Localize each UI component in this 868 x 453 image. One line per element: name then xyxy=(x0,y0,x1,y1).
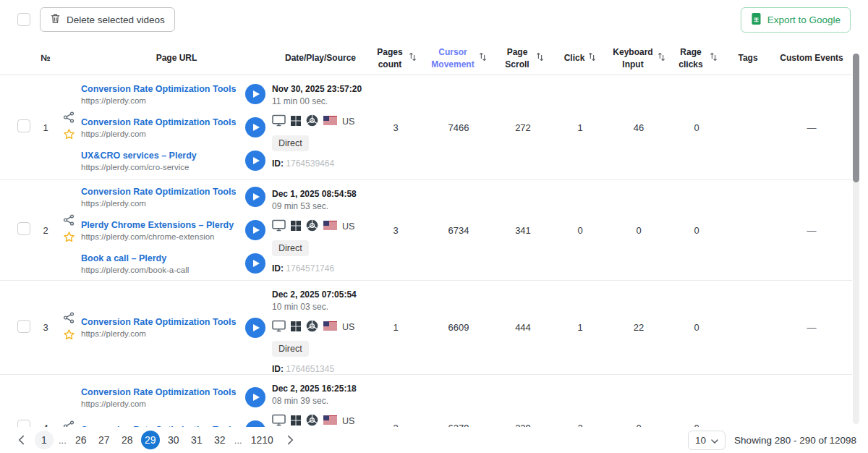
cursor-movement-value: 7466 xyxy=(448,122,469,133)
windows-icon xyxy=(291,415,301,428)
play-button[interactable] xyxy=(245,387,265,407)
custom-events-value: — xyxy=(807,122,817,133)
page-number[interactable]: 26 xyxy=(72,431,90,449)
column-cursor-movement[interactable]: Cursor Movement xyxy=(422,46,495,69)
country-code: US xyxy=(342,322,354,332)
column-pages-count[interactable]: Pages count xyxy=(369,46,422,69)
sort-arrows-icon[interactable] xyxy=(710,52,718,64)
star-icon[interactable] xyxy=(63,128,75,143)
sessions-table: № Page URL Date/Play/Source Pages count … xyxy=(0,42,868,453)
page-number[interactable]: 1210 xyxy=(247,431,277,449)
share-nodes-icon[interactable] xyxy=(63,214,75,229)
page-url-text: https://plerdy.com/cro-service xyxy=(81,163,236,172)
traffic-source-badge: Direct xyxy=(272,135,309,151)
date-play-source-cell: Dec 2, 2025 07:05:54 10 min 03 sec. US D… xyxy=(272,281,369,374)
scrollbar-track[interactable] xyxy=(853,181,859,424)
page-url-link[interactable]: Conversion Rate Optimization Tools – Ple… xyxy=(81,387,236,397)
session-date: Dec 2, 2025 16:25:18 xyxy=(272,384,369,394)
page-url-link[interactable]: Conversion Rate Optimization Tools – Ple… xyxy=(81,317,236,327)
play-button[interactable] xyxy=(245,117,265,137)
row-checkbox[interactable] xyxy=(17,320,30,333)
page-url-text: https://plerdy.com xyxy=(81,399,236,408)
page-entry: Book a call – Plerdy https://plerdy.com/… xyxy=(81,247,272,280)
column-rage-clicks[interactable]: Rage clicks xyxy=(668,46,725,69)
page-url-text: https://plerdy.com xyxy=(81,96,236,105)
share-nodes-icon[interactable] xyxy=(63,111,75,126)
rows-per-page-value: 10 xyxy=(695,435,706,446)
row-checkbox[interactable] xyxy=(17,119,30,132)
chevron-down-icon xyxy=(711,435,718,446)
page-entry: Conversion Rate Optimization Tools – Ple… xyxy=(81,381,272,414)
click-value: 1 xyxy=(577,122,582,133)
page-number-active[interactable]: 29 xyxy=(141,431,160,449)
sort-arrows-icon[interactable] xyxy=(536,52,544,64)
session-duration: 11 min 00 sec. xyxy=(272,96,369,106)
page-entry: Conversion Rate Optimization Tools – Ple… xyxy=(81,311,272,344)
session-id-label: ID: xyxy=(272,158,284,169)
date-play-source-cell: Dec 1, 2025 08:54:58 09 min 53 sec. US D… xyxy=(272,180,369,274)
share-nodes-icon[interactable] xyxy=(63,312,75,326)
page-url-link[interactable]: Book a call – Plerdy xyxy=(81,253,236,263)
page-entry: Plerdy Chrome Extensions – Plerdy https:… xyxy=(81,213,272,247)
rows-per-page-select[interactable]: 10 xyxy=(688,431,726,450)
play-button[interactable] xyxy=(245,187,265,207)
column-custom-events: Custom Events xyxy=(771,52,852,64)
chrome-icon xyxy=(306,219,318,234)
play-button[interactable] xyxy=(245,220,265,240)
page-url-text: https://plerdy.com/book-a-call xyxy=(81,266,236,274)
play-button[interactable] xyxy=(245,84,265,104)
keyboard-input-value: 46 xyxy=(634,122,644,133)
row-checkbox[interactable] xyxy=(17,222,30,235)
chevron-right-icon[interactable] xyxy=(281,431,300,449)
scrollbar-thumb[interactable] xyxy=(853,54,859,182)
page-entry: UX&CRO services – Plerdy https://plerdy.… xyxy=(81,144,272,177)
page-url-link[interactable]: Conversion Rate Optimization Tools – Ple… xyxy=(81,187,236,197)
page-number[interactable]: 30 xyxy=(164,431,183,449)
page-url-link[interactable]: UX&CRO services – Plerdy xyxy=(81,151,236,161)
sort-arrows-icon[interactable] xyxy=(658,52,665,64)
chevron-left-icon[interactable] xyxy=(12,431,30,449)
us-flag-icon xyxy=(323,116,337,127)
page-number[interactable]: 32 xyxy=(210,431,229,449)
column-page-scroll[interactable]: Page Scroll xyxy=(495,46,551,69)
session-date: Nov 30, 2025 23:57:20 xyxy=(272,84,369,94)
country-code: US xyxy=(342,117,354,127)
rage-clicks-value: 0 xyxy=(694,225,699,236)
page-url-link[interactable]: Conversion Rate Optimization Tools – Ple… xyxy=(81,117,236,127)
custom-events-value: — xyxy=(807,322,817,333)
us-flag-icon xyxy=(323,321,337,333)
page-url-link[interactable]: Conversion Rate Optimization Tools – Ple… xyxy=(81,84,236,94)
showing-range-label: Showing 280 - 290 of 12098 xyxy=(734,435,856,446)
pager-ellipsis: ... xyxy=(234,435,243,446)
delete-selected-button[interactable]: Delete selected videos xyxy=(40,7,175,32)
play-button[interactable] xyxy=(245,253,265,274)
sort-arrows-icon[interactable] xyxy=(588,52,596,64)
pages-count-value: 1 xyxy=(393,322,398,333)
cursor-movement-value: 6734 xyxy=(448,225,469,236)
play-button[interactable] xyxy=(245,151,265,171)
desktop-monitor-icon xyxy=(272,219,286,234)
column-click[interactable]: Click xyxy=(551,52,609,64)
export-to-google-button[interactable]: Export to Google xyxy=(741,7,851,33)
page-number[interactable]: 1 xyxy=(35,431,54,449)
play-button[interactable] xyxy=(245,318,265,338)
table-row: 2 Conversion Rate Optimization Tools – P… xyxy=(0,180,852,281)
session-id-label: ID: xyxy=(272,364,284,374)
star-icon[interactable] xyxy=(63,329,75,344)
pager-ellipsis: ... xyxy=(58,435,67,446)
sort-arrows-icon[interactable] xyxy=(409,52,417,64)
page-url-text: https://plerdy.com/chrome-extension xyxy=(81,232,236,241)
session-duration: 10 min 03 sec. xyxy=(272,302,369,312)
pages-count-value: 3 xyxy=(393,225,398,236)
page-scroll-value: 341 xyxy=(515,225,531,236)
star-icon[interactable] xyxy=(63,231,75,246)
delete-selected-label: Delete selected videos xyxy=(67,14,165,25)
column-keyboard-input[interactable]: Keyboard Input xyxy=(609,46,668,69)
page-number[interactable]: 27 xyxy=(95,431,114,449)
page-number[interactable]: 31 xyxy=(187,431,206,449)
page-url-link[interactable]: Plerdy Chrome Extensions – Plerdy xyxy=(81,220,236,230)
select-all-checkbox[interactable] xyxy=(17,13,30,26)
page-number[interactable]: 28 xyxy=(118,431,137,449)
page-entry: Conversion Rate Optimization Tools – Ple… xyxy=(81,180,272,213)
sort-arrows-icon[interactable] xyxy=(479,52,487,64)
